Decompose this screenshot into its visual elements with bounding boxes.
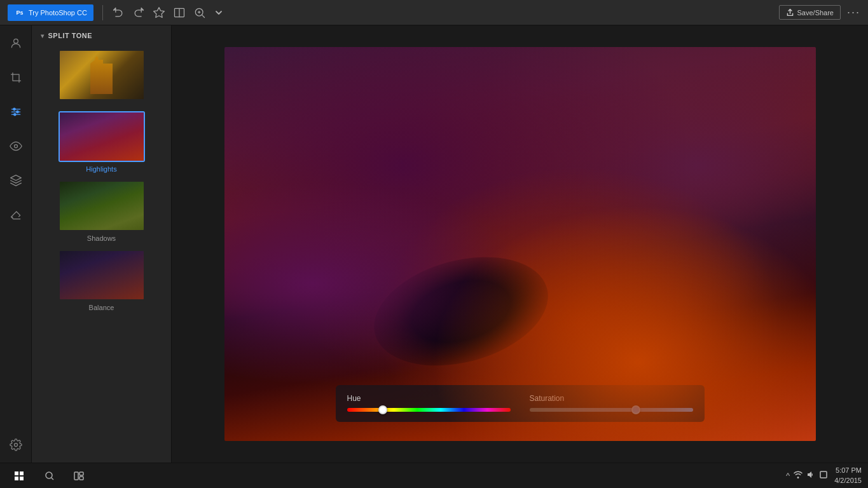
hue-saturation-overlay: Hue Saturation bbox=[336, 385, 705, 422]
svg-point-11 bbox=[13, 108, 15, 110]
topbar-left: Ps Try PhotoShop CC bbox=[8, 4, 224, 21]
svg-line-4 bbox=[202, 15, 205, 17]
undo-icon[interactable] bbox=[112, 6, 125, 19]
panel-thumb-highlights bbox=[59, 111, 145, 162]
magic-icon[interactable] bbox=[153, 6, 165, 19]
topbar-divider bbox=[102, 5, 103, 20]
zoom-icon[interactable] bbox=[193, 6, 206, 19]
panel-label-balance: Balance bbox=[89, 304, 114, 311]
svg-rect-18 bbox=[20, 471, 24, 475]
svg-rect-23 bbox=[74, 472, 78, 480]
tray-action-center-icon[interactable] bbox=[819, 470, 828, 481]
taskbar-right: ^ 5:07 PM 4/2/2015 bbox=[786, 466, 862, 485]
svg-marker-15 bbox=[10, 175, 21, 180]
zoom-dropdown-icon[interactable] bbox=[214, 8, 224, 18]
panel-thumb-shadows bbox=[59, 180, 145, 231]
svg-rect-25 bbox=[79, 477, 83, 480]
taskbar-search-icon[interactable] bbox=[38, 464, 61, 487]
panel-thumb-balance bbox=[59, 250, 145, 301]
panel-thumb-building bbox=[59, 50, 145, 100]
sidebar-item-adjustments[interactable] bbox=[4, 100, 27, 123]
panel-item-building[interactable] bbox=[59, 50, 145, 104]
saturation-section: Saturation bbox=[530, 394, 693, 412]
svg-point-21 bbox=[46, 472, 52, 478]
redo-icon[interactable] bbox=[132, 6, 145, 19]
clock-date: 4/2/2015 bbox=[834, 476, 862, 485]
svg-rect-17 bbox=[15, 471, 18, 475]
ps-logo: Ps bbox=[14, 7, 25, 18]
svg-line-22 bbox=[52, 478, 53, 480]
sidebar-item-layers[interactable] bbox=[4, 169, 27, 192]
saturation-label: Saturation bbox=[530, 394, 693, 403]
svg-rect-19 bbox=[15, 477, 18, 480]
svg-rect-24 bbox=[79, 472, 83, 475]
main-area: ▾ SPLIT TONE Highlights bbox=[0, 25, 868, 463]
panel-title: SPLIT TONE bbox=[48, 32, 93, 39]
svg-marker-0 bbox=[154, 7, 165, 17]
split-view-icon[interactable] bbox=[173, 6, 186, 19]
sidebar-item-heal[interactable] bbox=[4, 203, 27, 226]
save-share-label: Save/Share bbox=[797, 9, 834, 17]
more-options-icon[interactable]: ··· bbox=[847, 6, 860, 19]
svg-rect-20 bbox=[20, 477, 24, 480]
sidebar-item-account[interactable] bbox=[4, 32, 27, 55]
taskbar: ^ 5:07 PM 4/2/2015 bbox=[0, 463, 868, 488]
sidebar-item-settings[interactable] bbox=[4, 433, 27, 456]
panel-item-balance[interactable]: Balance bbox=[59, 250, 145, 311]
topbar: Ps Try PhotoShop CC bbox=[0, 0, 868, 25]
ps-button-label: Try PhotoShop CC bbox=[29, 9, 87, 17]
saturation-slider-track[interactable] bbox=[530, 408, 693, 412]
hue-section: Hue bbox=[347, 394, 511, 412]
panel-items: Highlights Shadows Balance bbox=[32, 46, 171, 320]
try-photoshop-button[interactable]: Ps Try PhotoShop CC bbox=[8, 4, 93, 21]
svg-point-14 bbox=[14, 145, 17, 148]
taskbar-taskview-icon[interactable] bbox=[67, 464, 90, 487]
svg-point-13 bbox=[13, 114, 15, 116]
svg-point-7 bbox=[13, 39, 18, 43]
svg-point-16 bbox=[14, 444, 17, 447]
tray-wifi-icon[interactable] bbox=[794, 470, 803, 481]
tray-show-hidden-icon[interactable]: ^ bbox=[786, 471, 790, 480]
topbar-right: Save/Share ··· bbox=[779, 5, 861, 20]
taskbar-left bbox=[6, 463, 90, 489]
panel-header[interactable]: ▾ SPLIT TONE bbox=[32, 25, 171, 46]
canvas-area: Hue Saturation bbox=[172, 25, 868, 463]
panel-item-shadows[interactable]: Shadows bbox=[59, 180, 145, 242]
sidebar-item-crop[interactable] bbox=[4, 66, 27, 89]
system-clock[interactable]: 5:07 PM 4/2/2015 bbox=[834, 466, 862, 485]
clock-time: 5:07 PM bbox=[834, 466, 862, 475]
svg-point-12 bbox=[16, 111, 18, 112]
system-tray-icons: ^ bbox=[786, 470, 828, 481]
tray-volume-icon[interactable] bbox=[806, 470, 815, 481]
panel: ▾ SPLIT TONE Highlights bbox=[32, 25, 172, 463]
icon-sidebar bbox=[0, 25, 32, 463]
saturation-slider-thumb[interactable] bbox=[631, 405, 640, 414]
hue-slider-thumb[interactable] bbox=[378, 405, 387, 414]
start-button[interactable] bbox=[6, 463, 32, 489]
svg-rect-26 bbox=[820, 471, 827, 478]
panel-label-shadows: Shadows bbox=[87, 234, 116, 242]
save-share-button[interactable]: Save/Share bbox=[779, 5, 841, 20]
panel-collapse-icon: ▾ bbox=[41, 32, 45, 39]
panel-label-highlights: Highlights bbox=[86, 165, 116, 173]
hue-slider-track[interactable] bbox=[347, 408, 511, 412]
sidebar-item-preview[interactable] bbox=[4, 135, 27, 158]
hue-label: Hue bbox=[347, 394, 511, 403]
topbar-icon-group bbox=[112, 6, 224, 19]
panel-item-highlights[interactable]: Highlights bbox=[59, 111, 145, 173]
main-image: Hue Saturation bbox=[224, 47, 816, 441]
